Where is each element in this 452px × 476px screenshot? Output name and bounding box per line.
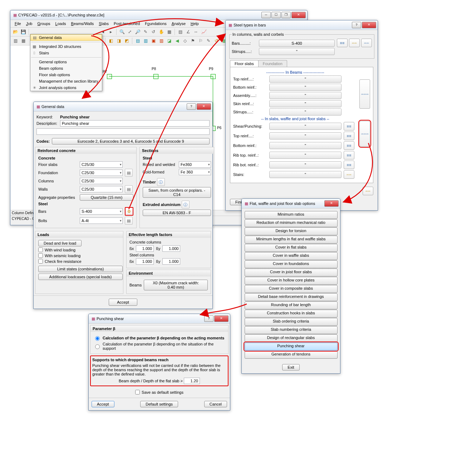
- opt-cover-found[interactable]: Cover in foundations: [245, 260, 338, 268]
- tab-floor-slabs[interactable]: Floor slabs: [230, 60, 259, 67]
- rib-top-button[interactable]: ": [269, 152, 342, 159]
- restore-button[interactable]: ❐: [281, 12, 291, 18]
- tool-g[interactable]: ▤: [134, 37, 141, 44]
- zoom-prev-icon[interactable]: ↺: [150, 28, 157, 35]
- help-button[interactable]: ?: [187, 103, 196, 110]
- menu-section-library[interactable]: Management of the section library: [30, 78, 102, 84]
- alu-info-icon[interactable]: ⓘ: [182, 201, 190, 208]
- beam-skin-button[interactable]: ": [269, 100, 342, 107]
- seismic-checkbox[interactable]: [38, 253, 43, 258]
- limit-states-button[interactable]: Limit states (combinations): [38, 266, 123, 272]
- tool-m[interactable]: ◇: [181, 37, 188, 44]
- arrow-right-icon[interactable]: ▸: [107, 28, 114, 35]
- pillar-p7[interactable]: [107, 74, 112, 79]
- table-icon[interactable]: ≡≡: [337, 39, 348, 47]
- opt-base-reinf[interactable]: Detail base reinforcement in drawings: [245, 293, 338, 301]
- grid-icon[interactable]: ▤: [177, 28, 184, 35]
- opt-numbering[interactable]: Slab numbering criteria: [245, 326, 338, 334]
- opt-rect-slabs[interactable]: Design of rectangular slabs: [245, 334, 338, 342]
- table-icon[interactable]: ≡≡: [344, 122, 354, 131]
- conc-bx-input[interactable]: [136, 245, 154, 252]
- menu-general-options[interactable]: General options: [30, 59, 102, 65]
- beam-stirrup-button[interactable]: ": [269, 108, 342, 116]
- opt-min-ratios[interactable]: Minimum ratios: [245, 211, 338, 219]
- tool-d[interactable]: ◧: [107, 37, 114, 44]
- tool-n[interactable]: ⚑: [189, 37, 196, 44]
- tool-j[interactable]: ▥: [158, 37, 165, 44]
- steel-by-input[interactable]: [162, 258, 180, 265]
- radio-support[interactable]: [95, 344, 100, 349]
- zoom-in-icon[interactable]: 🔎: [134, 28, 141, 35]
- menu-beam-options[interactable]: Beam options: [30, 65, 102, 72]
- angle-icon[interactable]: ∠: [185, 28, 192, 35]
- steel-bx-input[interactable]: [136, 258, 154, 265]
- slab-bot-button[interactable]: ": [269, 142, 342, 149]
- opt-cover-flat[interactable]: Cover in flat slabs: [245, 244, 338, 252]
- sliders-yellow-floor-icon[interactable]: ⎓⎓⎓: [359, 121, 370, 147]
- col-stirrups-button[interactable]: ": [259, 48, 335, 55]
- close-button[interactable]: ✕: [197, 103, 211, 110]
- measure-icon[interactable]: ✎: [142, 28, 149, 35]
- menu-foundations[interactable]: Foundations: [143, 21, 169, 26]
- save-default-checkbox[interactable]: [135, 390, 140, 394]
- cold-select[interactable]: Fe 360: [179, 169, 211, 175]
- beam-bot-button[interactable]: ": [269, 84, 342, 91]
- close-button[interactable]: ✕: [324, 200, 339, 207]
- tool-e[interactable]: ◨: [115, 37, 122, 44]
- columns-select[interactable]: C25/30: [80, 178, 123, 184]
- sliders-vert-icon[interactable]: ⎓⎓⎓: [359, 79, 370, 109]
- open-icon[interactable]: 📂: [12, 28, 19, 35]
- tool-i[interactable]: ▣: [150, 37, 157, 44]
- cancel-button[interactable]: Cancel: [204, 401, 227, 407]
- tab-foundation[interactable]: Foundation: [258, 60, 287, 67]
- slab-shear-button[interactable]: ": [269, 123, 342, 130]
- timber-button[interactable]: Sawn, from conifers or poplars. - C14: [143, 187, 211, 198]
- bolts-select[interactable]: A-4t: [80, 217, 123, 224]
- foundation-select[interactable]: C25/30: [80, 170, 123, 176]
- menu-post-tensioned[interactable]: Post-tensioned: [112, 21, 142, 26]
- sliders-yellow-icon[interactable]: ⎓⎓: [349, 39, 360, 47]
- description-input[interactable]: [60, 120, 210, 127]
- zoom-window-icon[interactable]: 🔍: [118, 28, 126, 35]
- close-button[interactable]: ✕: [362, 22, 376, 28]
- bars-select[interactable]: S-400: [80, 208, 123, 215]
- menu-analyse[interactable]: Analyse: [170, 21, 188, 26]
- opt-ordering[interactable]: Slab ordering criteria: [245, 318, 338, 326]
- menu-help[interactable]: Help: [188, 21, 201, 26]
- alu-button[interactable]: EN AW-5083 - F: [143, 210, 211, 216]
- opt-cover-joist[interactable]: Cover in joist floor slabs: [245, 269, 338, 276]
- walls-options-icon[interactable]: ▤: [125, 185, 133, 193]
- tool-q[interactable]: ↺: [213, 37, 220, 44]
- menu-file[interactable]: File: [13, 21, 23, 26]
- table-icon[interactable]: ≡≡: [344, 141, 354, 150]
- opt-hooks[interactable]: Construction hooks in slabs: [245, 310, 338, 318]
- sliders-yellow-icon[interactable]: ⎓⎓: [344, 170, 354, 179]
- opt-cover-hollow[interactable]: Cover in hollow core plates: [245, 277, 338, 285]
- foundation-options-icon[interactable]: ▤: [125, 169, 133, 177]
- tool-h[interactable]: ▥: [142, 37, 149, 44]
- opt-red-ratio[interactable]: Reduction of minimum mechanical ratio: [245, 219, 338, 227]
- radio-moments[interactable]: [95, 336, 100, 341]
- menu-beams-walls[interactable]: Beams/Walls: [69, 21, 96, 26]
- save-icon[interactable]: 💾: [20, 28, 27, 35]
- length-icon[interactable]: ↔: [192, 28, 200, 35]
- tool-f[interactable]: ◩: [123, 37, 130, 44]
- menu-groups[interactable]: Groups: [35, 21, 53, 26]
- conc-by-input[interactable]: [162, 245, 180, 252]
- menu-slabs[interactable]: Slabs: [97, 21, 111, 26]
- tool-o[interactable]: ⚐: [197, 37, 204, 44]
- accept-button[interactable]: Accept: [109, 299, 137, 306]
- col-bars-button[interactable]: S-400: [259, 40, 335, 47]
- tool-a[interactable]: ▥: [12, 37, 19, 44]
- minimize-button[interactable]: ─: [261, 12, 271, 18]
- walls-select[interactable]: C25/30: [80, 186, 123, 192]
- close-button[interactable]: ✕: [291, 12, 306, 18]
- dead-live-button[interactable]: Dead and live load: [38, 240, 82, 246]
- table-icon[interactable]: ≡≡: [344, 151, 354, 160]
- redraw-icon[interactable]: ▦: [166, 28, 173, 35]
- bolts-options-icon[interactable]: ▤: [125, 217, 133, 225]
- exit-button[interactable]: Exit: [282, 364, 299, 371]
- bars-options-icon[interactable]: ⚙: [125, 207, 133, 216]
- fire-checkbox[interactable]: [38, 259, 43, 264]
- opt-min-lengths[interactable]: Minimum lengths in flat and waffle slabs: [245, 236, 338, 244]
